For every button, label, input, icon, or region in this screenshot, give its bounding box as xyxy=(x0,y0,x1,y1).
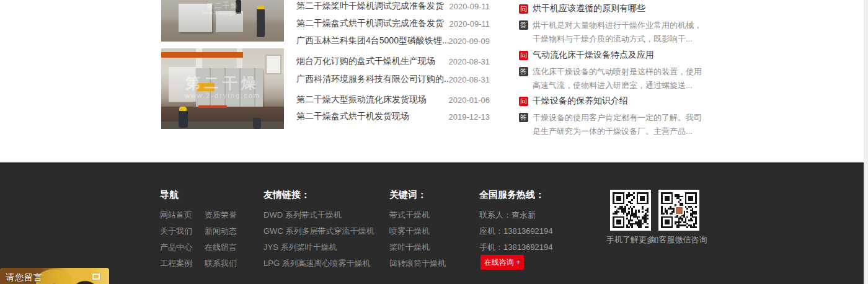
news-link[interactable]: 第二干燥盘式烘干机发货现场 xyxy=(296,111,409,122)
faq-answer-text: 烘干机是对大量物料进行干燥作业常用的机械，干燥物料与干燥介质的流动方式，既影响干… xyxy=(533,19,707,46)
question-badge: 问 xyxy=(519,4,528,14)
wechat-avatar-icon xyxy=(675,206,684,215)
footer-heading-friendly-links: 友情链接： xyxy=(264,189,310,201)
page-scrollbar[interactable] xyxy=(864,0,868,284)
footer-link-products[interactable]: 产品中心 xyxy=(160,242,192,253)
footer-link-news[interactable]: 新闻动态 xyxy=(205,226,237,237)
leave-message-widget[interactable]: 请您留言 xyxy=(0,268,109,284)
footer-link-message[interactable]: 在线留言 xyxy=(205,242,237,253)
online-consult-button[interactable]: 在线咨询 + xyxy=(480,255,524,270)
worker-figure xyxy=(236,0,241,14)
faq-question-text: 干燥设备的保养知识介绍 xyxy=(533,95,628,107)
friendly-link-jys[interactable]: JYS 系列桨叶干燥机 xyxy=(264,242,337,253)
news-link[interactable]: 广西玉林兰科集团4台5000型磷酸铁锂... xyxy=(296,35,449,47)
question-badge: 问 xyxy=(519,51,528,60)
news-date: 2020-01-06 xyxy=(449,95,490,105)
faq-question-text: 烘干机应该遵循的原则有哪些 xyxy=(533,3,645,14)
worker-figure xyxy=(257,9,265,37)
faq-question-link[interactable]: 问 烘干机应该遵循的原则有哪些 xyxy=(519,3,707,14)
keyword-link-belt-dryer[interactable]: 带式干燥机 xyxy=(389,210,430,221)
faq-answer: 答 流化床干燥设备的气动喷射是这样的装置，使用高速气流，使物料进入研磨室，通过螺… xyxy=(519,65,707,92)
page: 第二干燥 www.2-drying.com 第二干燥 www.2-drying.… xyxy=(0,0,868,284)
faq-item: 问 气动流化床干燥设备特点及应用 答 流化床干燥设备的气动喷射是这样的装置，使用… xyxy=(519,50,707,92)
friendly-link-lpg[interactable]: LPG 系列高速离心喷雾干燥机 xyxy=(264,258,371,269)
keyword-link-paddle-dryer[interactable]: 桨叶干燥机 xyxy=(389,242,430,253)
hotline-contact-person: 联系人：查永新 xyxy=(479,210,536,221)
news-link[interactable]: 第二干燥桨叶干燥机调试完成准备发货 xyxy=(296,1,444,12)
hotline-landline: 座机：13813692194 xyxy=(479,226,553,237)
footer-link-projects[interactable]: 工程案例 xyxy=(160,258,192,269)
news-date: 2020-08-31 xyxy=(449,75,490,84)
footer-link-honors[interactable]: 资质荣誉 xyxy=(205,210,237,221)
question-badge: 问 xyxy=(519,97,528,106)
keyword-link-drum-dryer[interactable]: 回转滚筒干燥机 xyxy=(389,258,446,269)
worker-figure xyxy=(179,110,188,128)
faq-question-link[interactable]: 问 气动流化床干燥设备特点及应用 xyxy=(519,50,707,61)
footer-link-about[interactable]: 关于我们 xyxy=(160,226,192,237)
wrapped-equipment-shape xyxy=(216,11,243,32)
news-list: 第二干燥桨叶干燥机调试完成准备发货 2020-09-11 第二干燥盘式烘干机调试… xyxy=(296,0,490,129)
news-item: 广西科清环境服务科技有限公司订购的... 2020-08-31 xyxy=(296,73,490,86)
answer-badge: 答 xyxy=(519,20,528,30)
news-item: 第二干燥大型振动流化床发货现场 2020-01-06 xyxy=(296,94,490,106)
worker-figure xyxy=(253,118,261,129)
faq-list: 问 烘干机应该遵循的原则有哪些 答 烘干机是对大量物料进行干燥作业常用的机械，干… xyxy=(519,0,707,129)
wrapped-equipment-shape xyxy=(179,4,212,32)
footer-link-contact[interactable]: 联系我们 xyxy=(205,258,237,269)
site-footer: 导航 网站首页 关于我们 产品中心 工程案例 资质荣誉 新闻动态 在线留言 联系… xyxy=(0,162,864,284)
minimize-icon[interactable] xyxy=(92,273,100,280)
wrapped-equipment-shape xyxy=(169,67,196,102)
footer-heading-nav: 导航 xyxy=(160,189,179,201)
news-photo-workshop[interactable]: 第二干燥 www.2-drying.com xyxy=(161,0,284,42)
faq-answer-text: 干燥设备的使用客户肯定都有一定的了解。我司是生产研究为一体的干燥设备厂。主营产品… xyxy=(533,111,707,138)
faq-item: 问 干燥设备的保养知识介绍 答 干燥设备的使用客户肯定都有一定的了解。我司是生产… xyxy=(519,95,707,138)
news-link[interactable]: 第二干燥盘式烘干机调试完成准备发货 xyxy=(296,18,444,29)
qr-pattern xyxy=(613,192,649,228)
machine-accent-shape xyxy=(197,83,215,91)
qr-caption-wechat: 加客服微信咨询 xyxy=(645,234,713,246)
factory-window-shape xyxy=(265,55,281,74)
footer-link-home[interactable]: 网站首页 xyxy=(160,210,192,221)
news-item: 第二干燥桨叶干燥机调试完成准备发货 2020-09-11 xyxy=(296,0,490,12)
strap-shape xyxy=(198,105,227,108)
friendly-link-dwd[interactable]: DWD 系列带式干燥机 xyxy=(264,210,342,221)
qr-code-mobile-site xyxy=(610,190,651,231)
news-item: 第二干燥盘式烘干机调试完成准备发货 2020-09-11 xyxy=(296,17,490,30)
faq-question-text: 气动流化床干燥设备特点及应用 xyxy=(533,50,654,61)
news-date: 2019-12-13 xyxy=(449,112,490,122)
news-date: 2020-09-09 xyxy=(449,37,490,46)
faq-answer: 答 烘干机是对大量物料进行干燥作业常用的机械，干燥物料与干燥介质的流动方式，既影… xyxy=(519,19,707,46)
footer-heading-keywords: 关键词： xyxy=(389,189,427,201)
footer-heading-hotline: 全国服务热线： xyxy=(479,189,544,201)
crane-beam-shape xyxy=(161,52,243,58)
content-section: 第二干燥 www.2-drying.com 第二干燥 www.2-drying.… xyxy=(160,0,708,130)
news-item: 烟台万化订购的盘式干燥机生产现场 2020-08-31 xyxy=(296,55,490,68)
news-link[interactable]: 广西科清环境服务科技有限公司订购的... xyxy=(296,74,449,85)
news-item: 第二干燥盘式烘干机发货现场 2019-12-13 xyxy=(296,110,490,123)
answer-badge: 答 xyxy=(519,113,528,122)
faq-answer: 答 干燥设备的使用客户肯定都有一定的了解。我司是生产研究为一体的干燥设备厂。主营… xyxy=(519,111,707,138)
leave-message-label: 请您留言 xyxy=(6,272,43,283)
news-date: 2020-09-11 xyxy=(449,19,490,29)
friendly-link-gwc[interactable]: GWC 系列多层带式穿流干燥机 xyxy=(264,226,374,237)
faq-answer-text: 流化床干燥设备的气动喷射是这样的装置，使用高速气流，使物料进入研磨室，通过螺旋送… xyxy=(533,65,707,92)
faq-item: 问 烘干机应该遵循的原则有哪些 答 烘干机是对大量物料进行干燥作业常用的机械，干… xyxy=(519,3,707,46)
news-date: 2020-08-31 xyxy=(449,57,490,66)
hard-hat-shape xyxy=(257,6,264,9)
news-date: 2020-09-11 xyxy=(449,2,490,11)
news-item: 广西玉林兰科集团4台5000型磷酸铁锂... 2020-09-09 xyxy=(296,35,490,47)
footer-inner: 导航 网站首页 关于我们 产品中心 工程案例 资质荣誉 新闻动态 在线留言 联系… xyxy=(160,164,708,284)
answer-badge: 答 xyxy=(519,67,528,76)
faq-question-link[interactable]: 问 干燥设备的保养知识介绍 xyxy=(519,95,707,107)
news-link[interactable]: 烟台万化订购的盘式干燥机生产现场 xyxy=(296,56,435,67)
hard-hat-shape xyxy=(179,107,187,111)
news-photo-truck-loading[interactable]: 第二干燥 www.2-drying.com xyxy=(161,48,284,129)
hotline-mobile: 手机：13813692194 xyxy=(479,242,553,253)
keyword-link-spray-dryer[interactable]: 喷雾干燥机 xyxy=(389,226,430,237)
news-link[interactable]: 第二干燥大型振动流化床发货现场 xyxy=(296,94,427,105)
